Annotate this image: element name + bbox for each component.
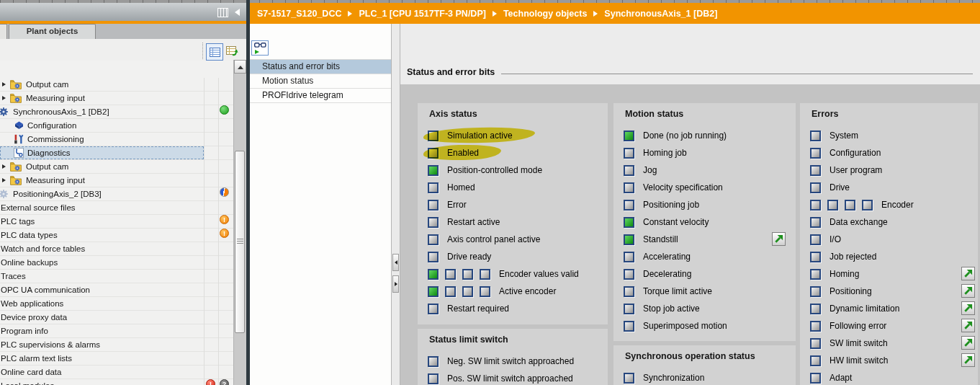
expand-arrow-icon[interactable] — [2, 96, 6, 100]
status-label: Homing — [830, 269, 859, 279]
tree-item-device-proxy-data[interactable]: Device proxy data — [0, 311, 233, 324]
tree-item-output-cam[interactable]: Output cam — [0, 78, 233, 92]
tree-item-opc-ua-communication[interactable]: OPC UA communication — [0, 283, 233, 297]
status-led-off — [862, 200, 873, 211]
tree-item-diagnostics[interactable]: Diagnostics — [0, 146, 233, 160]
tree-item-web-applications[interactable]: Web applications — [0, 297, 233, 311]
breadcrumb-item-technology-objects[interactable]: Technology objects — [503, 9, 587, 19]
jump-arrow-icon — [963, 355, 973, 365]
status-led-on — [428, 165, 439, 176]
tree-item-output-cam[interactable]: Output cam — [0, 160, 233, 174]
splitter-collapse-right-button[interactable] — [392, 275, 399, 293]
breadcrumb-item-synchronousaxis-1-db2[interactable]: SynchronousAxis_1 [DB2] — [604, 9, 717, 19]
tree-item-commissioning[interactable]: Commissioning — [0, 133, 233, 146]
expand-arrow-icon[interactable] — [2, 82, 6, 87]
status-led-off — [480, 286, 490, 297]
tree-item-label: OPC UA communication — [1, 283, 90, 296]
expand-arrow-icon[interactable] — [2, 164, 6, 169]
status-led-off — [480, 269, 490, 280]
errors-title: Errors — [812, 109, 839, 119]
breadcrumb: S7-1517_S120_DCCPLC_1 [CPU 1517TF-3 PN/D… — [250, 3, 980, 24]
play-icon — [255, 50, 259, 54]
collapse-panel-icon[interactable] — [235, 9, 240, 16]
status-row-encoder: Encoder — [810, 196, 976, 213]
breadcrumb-separator-icon — [493, 11, 497, 17]
breadcrumb-item-s7-1517-s120-dcc[interactable]: S7-1517_S120_DCC — [257, 9, 341, 19]
tree-item-watch-and-force-tables[interactable]: Watch and force tables — [0, 242, 233, 256]
nav-item-status-and-error-bits[interactable]: Status and error bits — [250, 60, 391, 74]
status-led-on — [624, 217, 634, 228]
overview-refresh-button[interactable] — [224, 43, 240, 59]
status-led-off — [624, 148, 634, 159]
expand-arrow-icon[interactable] — [2, 178, 6, 182]
details-view-button[interactable] — [206, 43, 223, 61]
status-label: Positioning — [830, 286, 872, 296]
diagnostics-mode-button[interactable] — [251, 40, 269, 56]
tree-item-program-info[interactable]: Program info — [0, 324, 233, 338]
folder-cam-icon — [10, 175, 22, 185]
tab-plant-objects[interactable]: Plant objects — [9, 24, 96, 39]
status-label: Stop job active — [643, 304, 700, 314]
tree-item-local-modules[interactable]: Local modules!? — [0, 379, 233, 385]
tree-item-online-backups[interactable]: Online backups — [0, 256, 233, 270]
jump-arrow-icon — [963, 338, 973, 348]
status-led-off — [428, 148, 439, 159]
tree-item-plc-data-types[interactable]: PLC data types! — [0, 229, 233, 242]
status-row-homed: Homed — [428, 179, 606, 196]
details-view-icon — [210, 48, 220, 57]
configuration-icon — [14, 120, 25, 130]
tree-item-plc-supervisions-alarms[interactable]: PLC supervisions & alarms — [0, 338, 233, 352]
scroll-up-button[interactable] — [234, 60, 246, 74]
breadcrumb-separator-icon — [593, 11, 598, 17]
tree-scrollbar[interactable] — [233, 60, 246, 385]
tree-item-plc-tags[interactable]: PLC tags! — [0, 215, 233, 229]
splitter[interactable] — [391, 24, 400, 385]
splitter-collapse-left-button[interactable] — [392, 254, 399, 271]
nav-item-profidrive-telegram[interactable]: PROFIdrive telegram — [250, 89, 391, 103]
status-label: Pos. SW limit switch approached — [447, 373, 573, 384]
tree-item-label: PLC supervisions & alarms — [1, 338, 100, 351]
status-led-on — [428, 269, 439, 280]
tree-item-synchronousaxis-1-db2[interactable]: SynchronousAxis_1 [DB2] — [0, 105, 233, 119]
status-led-off — [428, 252, 439, 262]
tree-item-label: External source files — [1, 201, 76, 214]
tree-item-measuring-input[interactable]: Measuring input — [0, 174, 233, 187]
status-led-off — [810, 252, 821, 262]
goto-diagnostics-link-button[interactable] — [961, 353, 975, 367]
tree-item-label: SynchronousAxis_1 [DB2] — [13, 105, 109, 118]
tree-item-label: Traces — [1, 270, 26, 283]
tree-item-plc-alarm-text-lists[interactable]: PLC alarm text lists — [0, 352, 233, 366]
tree-item-positioningaxis-2-db3[interactable]: PositioningAxis_2 [DB3] — [0, 187, 233, 201]
tree-item-label: Measuring input — [26, 174, 85, 187]
goto-diagnostics-link-button[interactable] — [961, 267, 975, 280]
status-label: Neg. SW limit switch approached — [447, 356, 574, 366]
goto-diagnostics-link-button[interactable] — [961, 284, 975, 298]
tree-item-label: Device proxy data — [1, 311, 67, 324]
diagnostics-icon — [14, 148, 25, 158]
status-row-user-program: User program — [810, 161, 976, 179]
goto-diagnostics-link-button[interactable] — [772, 232, 786, 246]
status-row-positioning-job: Positioning job — [624, 196, 794, 213]
columns-view-icon[interactable] — [217, 8, 228, 17]
status-label: Drive — [830, 182, 850, 192]
nav-item-motion-status[interactable]: Motion status — [250, 74, 391, 89]
work-area: Status and error bits Axis statusSimulat… — [400, 24, 980, 385]
project-tree: Output camMeasuring inputSynchronousAxis… — [0, 61, 233, 385]
tree-item-label: Watch and force tables — [1, 242, 85, 255]
tree-item-traces[interactable]: Traces — [0, 270, 233, 283]
breadcrumb-item-plc-1-cpu-1517tf-3-pn-dp[interactable]: PLC_1 [CPU 1517TF-3 PN/DP] — [359, 9, 485, 19]
goto-diagnostics-link-button[interactable] — [961, 336, 975, 350]
goto-diagnostics-link-button[interactable] — [961, 319, 975, 332]
tab-partial[interactable] — [0, 24, 7, 39]
scroll-thumb[interactable] — [235, 151, 245, 333]
status-label: Restart required — [447, 304, 509, 314]
tree-item-label: Online backups — [1, 256, 58, 269]
right-triangle-icon — [395, 282, 397, 286]
status-row-homing: Homing — [810, 265, 976, 283]
tree-item-external-source-files[interactable]: External source files — [0, 201, 233, 215]
tree-item-measuring-input[interactable]: Measuring input — [0, 92, 233, 105]
goto-diagnostics-link-button[interactable] — [961, 301, 975, 315]
tree-item-online-card-data[interactable]: Online card data — [0, 366, 233, 379]
tree-item-configuration[interactable]: Configuration — [0, 119, 233, 133]
tree-item-label: Local modules — [1, 379, 54, 385]
